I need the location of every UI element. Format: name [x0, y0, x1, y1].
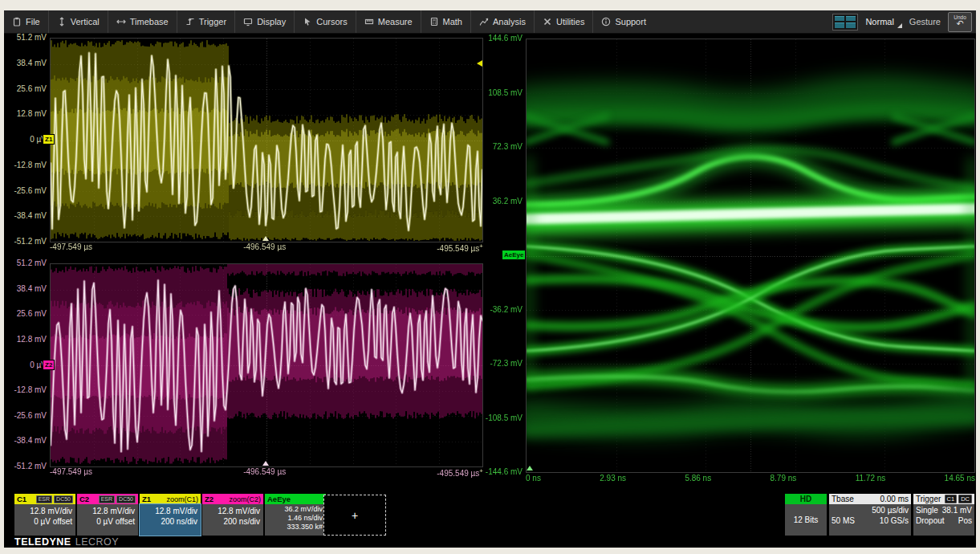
menu-label: Utilities — [556, 17, 584, 26]
offset-value: 0 µV offset — [14, 516, 72, 527]
menu-right-cluster: Normal Gesture Undo ↶ — [832, 10, 972, 33]
add-trace-button[interactable]: + — [323, 495, 386, 536]
esr-badge: ESR — [36, 495, 52, 503]
menu-display[interactable]: Display — [234, 10, 294, 33]
menu-vertical[interactable]: Vertical — [48, 10, 108, 33]
descriptor-header: Z2 zoom(C2) — [202, 494, 263, 504]
hd-bits: 12 Bits — [785, 504, 827, 536]
grid-square-icon — [846, 16, 856, 22]
y-axis-tick-label: 51.2 mV — [17, 32, 47, 43]
display-mode-label: Normal — [865, 17, 893, 26]
menu-support[interactable]: Support — [592, 10, 654, 33]
trace-source: zoom(C2) — [229, 495, 261, 503]
grid-square-icon — [846, 22, 856, 28]
undo-button[interactable]: Undo ↶ — [948, 12, 972, 32]
descriptor-body: 12.8 mV/div 0 µV offset — [77, 504, 138, 536]
header-badges: ESR DC50 — [99, 495, 136, 503]
trigger-level-marker-icon[interactable] — [477, 60, 482, 67]
x-axis-tick-label: -496.549 µs — [243, 242, 286, 253]
x-axis-tick-label: -497.549 µs — [50, 242, 92, 253]
y-axis-tick-label: -36.2 mV — [490, 304, 523, 315]
trigger-label: Trigger — [916, 495, 941, 503]
descriptor-body: 12.8 mV/div 0 µV offset — [14, 504, 75, 536]
menu-analysis[interactable]: Analysis — [470, 10, 534, 33]
y-axis-tick-label: -12.8 mV — [14, 160, 47, 170]
eye-diagram-plot[interactable] — [526, 39, 975, 473]
trigger-coupling-badge: DC — [958, 495, 972, 503]
time-per-div: 1.46 ns/div — [265, 514, 323, 523]
descriptor-c1[interactable]: C1 ESR DC50 12.8 mV/div 0 µV offset — [14, 494, 75, 536]
z1-waveform-plot[interactable] — [50, 38, 483, 242]
descriptor-c2[interactable]: C2 ESR DC50 12.8 mV/div 0 µV offset — [77, 494, 138, 536]
measure-ruler-icon — [364, 17, 374, 26]
y-axis-tick-label: 25.6 mV — [17, 308, 47, 319]
menu-utilities[interactable]: Utilities — [534, 10, 592, 33]
menu-label: Vertical — [71, 17, 100, 26]
x-axis-tick-label: 14.65 ns — [945, 474, 975, 483]
trigger-body: Single 38.1 mV Dropout Pos — [913, 504, 974, 536]
brand-secondary: LECROY — [75, 536, 119, 548]
menu-timebase[interactable]: Timebase — [108, 10, 177, 33]
descriptor-body-selected: 12.8 mV/div 200 ns/div — [140, 504, 201, 536]
dropdown-corner-icon — [897, 23, 902, 28]
x-axis-tick-label: 2.93 ns — [600, 474, 626, 483]
trace-id: AeEye — [267, 495, 291, 503]
z1-zero-level-badge[interactable]: Z1 — [43, 134, 55, 145]
y-axis-tick-label: -25.6 mV — [14, 185, 47, 196]
timebase-box[interactable]: Tbase 0.00 ms 500 µs/div 50 MS 10 GS/s — [829, 494, 911, 536]
scale-per-div: 12.8 mV/div — [202, 506, 260, 516]
trigger-header: Trigger C1 DC — [913, 494, 974, 504]
trace-id: Z1 — [142, 495, 151, 503]
menu-cursors[interactable]: Cursors — [294, 10, 356, 33]
menu-trigger[interactable]: Trigger — [177, 10, 234, 33]
x-axis-tick-label: -495.549 µs+ — [437, 467, 483, 478]
cursor-pointer-icon — [303, 17, 312, 26]
descriptor-z2[interactable]: Z2 zoom(C2) 12.8 mV/div 200 ns/div — [202, 494, 263, 536]
menu-file[interactable]: File — [4, 10, 48, 33]
eye-x-axis-labels: 0 ns2.93 ns5.86 ns8.79 ns11.72 ns14.65 n… — [526, 474, 975, 483]
hd-mode-box[interactable]: HD 12 Bits — [785, 494, 827, 536]
time-per-div: 500 µs/div — [832, 505, 909, 515]
menu-label: Display — [257, 17, 286, 26]
x-axis-tick-label: -496.549 µs — [243, 467, 286, 478]
menu-measure[interactable]: Measure — [356, 10, 421, 33]
menu-label: Support — [615, 17, 646, 26]
channel-id: C1 — [17, 495, 26, 503]
menu-math[interactable]: Math — [421, 10, 470, 33]
z1-y-axis-labels: 51.2 mV38.4 mV25.6 mV12.8 mV0 µV-12.8 mV… — [4, 32, 47, 246]
z2-waveform-plot[interactable] — [50, 263, 483, 467]
menu-label: Analysis — [493, 17, 526, 26]
descriptor-aeeye[interactable]: AeEye 36.2 mV/div 1.46 ns/div 333.350 k# — [265, 494, 326, 536]
timebase-delay: 0.00 ms — [880, 495, 909, 503]
display-mode-selector[interactable]: Normal — [865, 17, 901, 26]
z1-zoom-position-marker-icon[interactable] — [262, 236, 269, 241]
z2-zero-level-badge[interactable]: Z2 — [43, 360, 55, 370]
y-axis-tick-label: -72.3 mV — [490, 358, 523, 369]
y-axis-tick-label: 36.2 mV — [493, 196, 523, 206]
y-axis-tick-label: 25.6 mV — [17, 84, 47, 94]
math-calculator-icon — [429, 17, 439, 26]
descriptor-z1[interactable]: Z1 zoom(C1) 12.8 mV/div 200 ns/div — [140, 494, 201, 536]
z2-zoom-position-marker-icon[interactable] — [262, 461, 269, 466]
display-monitor-icon — [243, 17, 253, 26]
eye-zero-level-badge[interactable]: AeEye — [502, 250, 526, 260]
trigger-level: 38.1 mV — [942, 505, 972, 515]
brand-logo: TELEDYNE LECROY — [14, 536, 119, 548]
brand-primary: TELEDYNE — [14, 536, 71, 548]
x-axis-tick-text: -495.549 µs — [437, 244, 479, 253]
y-axis-tick-label: -38.4 mV — [14, 210, 47, 221]
sample-count: 333.350 k# — [265, 523, 323, 532]
grid-view-button[interactable] — [832, 14, 858, 31]
y-axis-tick-label: 12.8 mV — [17, 334, 47, 344]
file-icon — [12, 17, 22, 26]
trigger-time-marker: + — [479, 242, 483, 250]
y-axis-tick-label: 38.4 mV — [17, 58, 47, 68]
trigger-box[interactable]: Trigger C1 DC Single 38.1 mV Dropout Pos — [913, 494, 974, 536]
menu-label: Measure — [378, 17, 413, 26]
coupling-badge: DC50 — [54, 495, 73, 503]
descriptor-header: Z1 zoom(C1) — [140, 494, 201, 504]
analysis-chart-icon — [479, 17, 489, 26]
trigger-slope: Pos — [958, 515, 972, 526]
esr-badge: ESR — [99, 495, 115, 503]
gesture-toggle[interactable]: Gesture — [909, 17, 941, 26]
